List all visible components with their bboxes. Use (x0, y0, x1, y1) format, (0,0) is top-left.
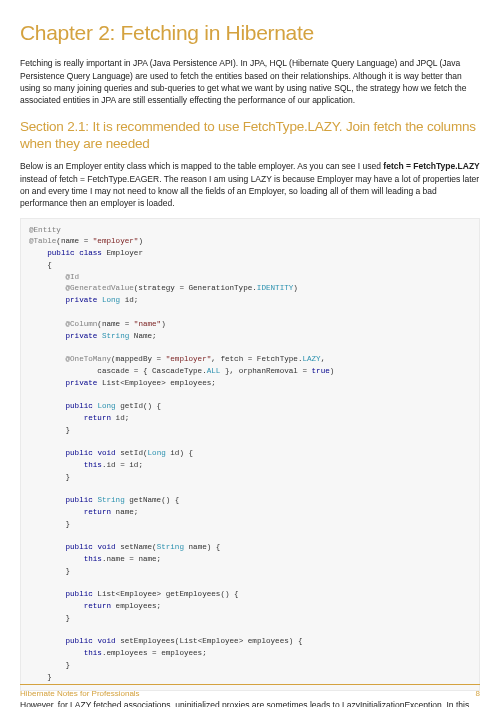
code-token: (name = (97, 320, 133, 328)
section-intro-suffix: instead of fetch = FetchType.EAGER. The … (20, 174, 479, 209)
code-token: void (97, 637, 115, 645)
code-token: public (47, 249, 74, 257)
code-token: .name = name; (102, 555, 161, 563)
code-token (29, 461, 84, 469)
section-intro-bold: fetch = FetchType.LAZY (383, 161, 479, 171)
code-token: String (102, 332, 129, 340)
code-token: employees; (111, 602, 161, 610)
code-token (29, 332, 65, 340)
code-token: Long (97, 402, 115, 410)
code-token (29, 637, 65, 645)
code-line: } (29, 520, 70, 528)
code-token: List<Employee> getEmployees() { (93, 590, 239, 598)
chapter-title: Chapter 2: Fetching in Hibernate (20, 18, 480, 47)
code-block: @Entity @Table(name = "employer") public… (20, 218, 480, 691)
code-token: public (65, 449, 92, 457)
code-token: setName( (116, 543, 157, 551)
code-token: private (65, 296, 97, 304)
code-token: , fetch = FetchType. (211, 355, 302, 363)
intro-paragraph: Fetching is really important in JPA (Jav… (20, 57, 480, 106)
code-token: ) (138, 237, 143, 245)
page-footer: Hibernate Notes for Professionals 8 (20, 684, 480, 699)
code-line: } (29, 567, 70, 575)
code-token: getName() { (125, 496, 180, 504)
code-token (29, 555, 84, 563)
code-token: class (79, 249, 102, 257)
code-token (29, 508, 84, 516)
code-line: @Entity (29, 226, 61, 234)
code-token: (name = (56, 237, 92, 245)
code-token: @OneToMany (29, 355, 111, 363)
footer-left: Hibernate Notes for Professionals (20, 688, 140, 699)
code-token: ) (161, 320, 166, 328)
code-token (29, 496, 65, 504)
code-token: true (312, 367, 330, 375)
code-token: "employer" (166, 355, 212, 363)
code-token (29, 449, 65, 457)
code-token: @Column (29, 320, 97, 328)
code-token (29, 249, 47, 257)
code-line: } (29, 473, 70, 481)
code-token: IDENTITY (257, 284, 293, 292)
code-line: } (29, 614, 70, 622)
code-token: "employer" (93, 237, 139, 245)
code-line: } (29, 673, 52, 681)
code-token (29, 649, 84, 657)
code-token: }, orphanRemoval = (220, 367, 311, 375)
code-token: List<Employee> employees; (97, 379, 215, 387)
code-token (29, 543, 65, 551)
code-token: void (97, 543, 115, 551)
code-token: id; (120, 296, 138, 304)
code-line: { (29, 261, 52, 269)
code-token: void (97, 449, 115, 457)
section-intro-prefix: Below is an Employer entity class which … (20, 161, 383, 171)
code-token (29, 414, 84, 422)
code-token (29, 296, 65, 304)
footer-page-number: 8 (476, 688, 480, 699)
code-token: setEmployees(List<Employee> employees) { (116, 637, 303, 645)
code-token: Long (148, 449, 166, 457)
code-token: this (84, 555, 102, 563)
code-token (29, 379, 65, 387)
code-token: @GeneratedValue (29, 284, 134, 292)
code-token: , (321, 355, 326, 363)
code-token: this (84, 461, 102, 469)
code-token: Name; (129, 332, 156, 340)
code-token: public (65, 543, 92, 551)
code-token: name; (111, 508, 138, 516)
code-line: @Id (29, 273, 79, 281)
code-token: this (84, 649, 102, 657)
code-token: @Table (29, 237, 56, 245)
code-token: (strategy = GenerationType. (134, 284, 257, 292)
code-token: private (65, 379, 97, 387)
code-token: name) { (184, 543, 220, 551)
code-token: ALL (207, 367, 221, 375)
code-token: public (65, 590, 92, 598)
code-token: String (157, 543, 184, 551)
code-token: public (65, 637, 92, 645)
code-token (29, 402, 65, 410)
code-token (29, 590, 65, 598)
code-token (29, 602, 84, 610)
code-token: cascade = { CascadeType. (29, 367, 207, 375)
section-intro: Below is an Employer entity class which … (20, 160, 480, 209)
code-token: LAZY (302, 355, 320, 363)
code-line: } (29, 661, 70, 669)
code-token: .id = id; (102, 461, 143, 469)
code-token: return (84, 508, 111, 516)
code-token: (mappedBy = (111, 355, 166, 363)
code-token: public (65, 402, 92, 410)
code-token: setId( (116, 449, 148, 457)
code-token: private (65, 332, 97, 340)
section-title: Section 2.1: It is recommended to use Fe… (20, 119, 480, 153)
code-token: "name" (134, 320, 161, 328)
code-token: id; (111, 414, 129, 422)
code-token: String (97, 496, 124, 504)
closing-paragraph: However, for LAZY fetched associations, … (20, 699, 480, 708)
code-token: id) { (166, 449, 193, 457)
code-token: .employees = employees; (102, 649, 207, 657)
code-token: return (84, 414, 111, 422)
code-token: ) (293, 284, 298, 292)
code-line: } (29, 426, 70, 434)
code-token: return (84, 602, 111, 610)
